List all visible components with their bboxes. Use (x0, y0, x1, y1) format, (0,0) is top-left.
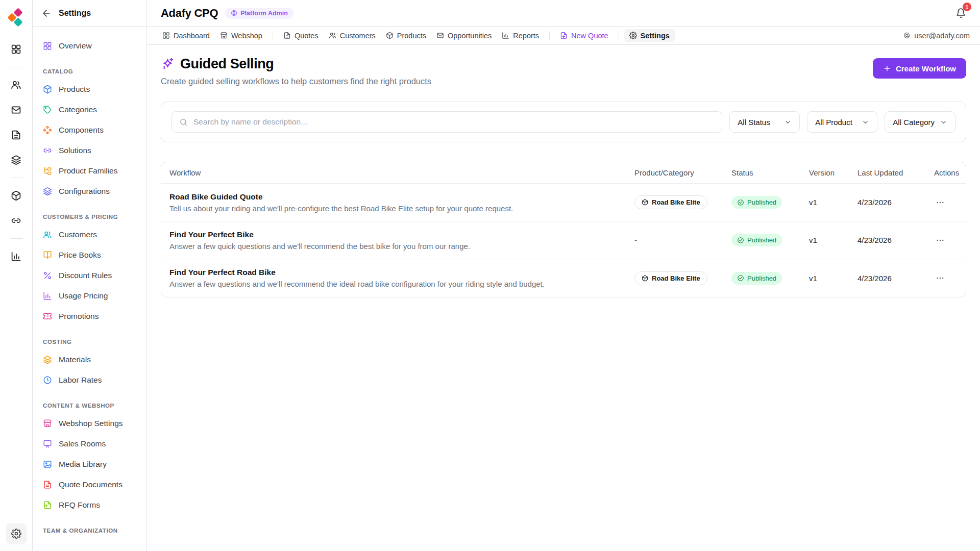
nav-tab[interactable]: Quotes (278, 29, 324, 42)
sidebar-section-label: CUSTOMERS & PRICING (39, 214, 140, 220)
rail-settings-button[interactable] (6, 523, 27, 544)
filter-dropdown-label: All Status (738, 118, 770, 127)
sidebar-item[interactable]: Media Library (39, 454, 140, 474)
sidebar-item[interactable]: Quote Documents (39, 474, 140, 495)
rail-nav-button[interactable] (6, 74, 27, 95)
sidebar-item[interactable]: Sales Rooms (39, 434, 140, 454)
sidebar-item-label: Materials (59, 355, 91, 364)
row-actions-button[interactable] (934, 272, 946, 284)
filter-dropdowns: All Status All Product All Category (729, 111, 955, 133)
nav-divider (549, 32, 550, 40)
sidebar-item[interactable]: Customers (39, 224, 140, 245)
sidebar-section: Overview (39, 36, 140, 56)
file-plus-icon (560, 32, 568, 39)
nav-tab[interactable]: New Quote (555, 29, 614, 42)
file-text-icon (283, 32, 291, 39)
nav-tab[interactable]: Opportunities (431, 29, 497, 42)
sidebar-section: CONTENT & WEBSHOP Webshop Settings Sales (39, 403, 140, 515)
sidebar-item[interactable]: RFQ Forms (39, 495, 140, 515)
rail-nav-button[interactable] (6, 210, 27, 231)
store-icon (43, 419, 52, 428)
row-actions-button[interactable] (934, 234, 946, 246)
sidebar-item[interactable]: Categories (39, 99, 140, 120)
table-body: Road Bike Guided Quote Tell us about you… (161, 184, 966, 297)
search-input[interactable] (193, 117, 715, 127)
nav-tab[interactable]: Reports (497, 29, 544, 42)
nav-tab-label: Opportunities (448, 32, 492, 40)
sidebar-section-label: CONTENT & WEBSHOP (39, 403, 140, 409)
sidebar-item-label: Configurations (59, 187, 110, 196)
sidebar-item-label: Discount Rules (59, 271, 112, 280)
sidebar-item[interactable]: Price Books (39, 245, 140, 265)
workflows-table: Workflow Product/Category Status Version… (161, 162, 966, 297)
filter-dropdown[interactable]: All Category (885, 111, 955, 133)
sidebar-section-label: TEAM & ORGANIZATION (39, 528, 140, 534)
rail-nav-button[interactable] (6, 39, 27, 59)
image-icon (43, 460, 52, 469)
table-row[interactable]: Find Your Perfect Road Bike Answer a few… (161, 259, 966, 297)
nav-tab[interactable]: Customers (324, 29, 381, 42)
create-workflow-button[interactable]: Create Workflow (873, 58, 966, 79)
box-icon (43, 85, 52, 94)
nav-tab[interactable]: Settings (624, 29, 675, 42)
filter-dropdown[interactable]: All Product (807, 111, 877, 133)
notifications-button[interactable]: 1 (955, 8, 966, 18)
rail-nav-button[interactable] (6, 124, 27, 145)
sidebar-item[interactable]: Configurations (39, 181, 140, 202)
status-label: Published (747, 198, 776, 206)
sidebar-item[interactable]: Product Families (39, 161, 140, 181)
nav-tab-label: Reports (513, 32, 539, 40)
sidebar-section-label: COSTING (39, 339, 140, 345)
user-email[interactable]: user@adafy.com (903, 32, 970, 40)
settings-sidebar: Settings Overview (33, 0, 147, 551)
arrow-left-icon (41, 8, 52, 18)
nav-divider (273, 32, 273, 40)
box-icon (11, 190, 21, 201)
ticket-icon (43, 312, 52, 321)
sidebar-item[interactable]: Products (39, 79, 140, 99)
table-row[interactable]: Find Your Perfect Bike Answer a few quic… (161, 221, 966, 259)
table-row[interactable]: Road Bike Guided Quote Tell us about you… (161, 184, 966, 221)
page-title: Guided Selling (180, 56, 274, 72)
workflow-name: Road Bike Guided Quote (169, 192, 618, 202)
sidebar-item[interactable]: Materials (39, 349, 140, 370)
app-title: Adafy CPQ (161, 7, 218, 20)
users-icon (43, 230, 52, 239)
nav-tab-label: New Quote (571, 32, 608, 40)
row-actions-button[interactable] (934, 196, 946, 209)
rail-nav-button[interactable] (6, 246, 27, 266)
rail-divider (10, 238, 23, 239)
sidebar-item[interactable]: Promotions (39, 306, 140, 327)
filter-dropdown[interactable]: All Status (729, 111, 800, 133)
sidebar-item[interactable]: Webshop Settings (39, 413, 140, 434)
sidebar-title: Settings (59, 9, 91, 18)
check-circle-icon (737, 237, 744, 244)
grid-icon (43, 41, 52, 51)
nav-tab[interactable]: Products (381, 29, 431, 42)
sidebar-item[interactable]: Usage Pricing (39, 286, 140, 306)
sidebar-item[interactable]: Labor Rates (39, 370, 140, 390)
sidebar-item[interactable]: Solutions (39, 140, 140, 161)
rail-nav-button[interactable] (6, 99, 27, 120)
tree-icon (43, 166, 52, 176)
rail-nav-button[interactable] (6, 149, 27, 170)
sidebar-item[interactable]: Overview (39, 36, 140, 56)
layers-icon (43, 187, 52, 196)
sidebar-item[interactable]: Components (39, 120, 140, 140)
sparkles-icon (161, 57, 175, 71)
status-badge: Published (731, 272, 782, 285)
status-label: Published (747, 274, 776, 282)
last-updated-value: 4/23/2026 (849, 274, 926, 283)
platform-admin-label: Platform Admin (240, 10, 288, 17)
sidebar-item[interactable]: Discount Rules (39, 265, 140, 286)
rail-nav-button[interactable] (6, 185, 27, 206)
nav-tab[interactable]: Dashboard (157, 29, 215, 42)
sidebar-section: CUSTOMERS & PRICING Customers Price Book… (39, 214, 140, 327)
page-content: Guided Selling Create guided selling wor… (147, 45, 980, 551)
nav-tab-label: Settings (641, 32, 670, 40)
layers-icon (43, 355, 52, 364)
search-box (172, 111, 722, 133)
back-button[interactable] (41, 8, 52, 18)
sidebar-item-label: Price Books (59, 251, 101, 260)
nav-tab[interactable]: Webshop (215, 29, 267, 42)
